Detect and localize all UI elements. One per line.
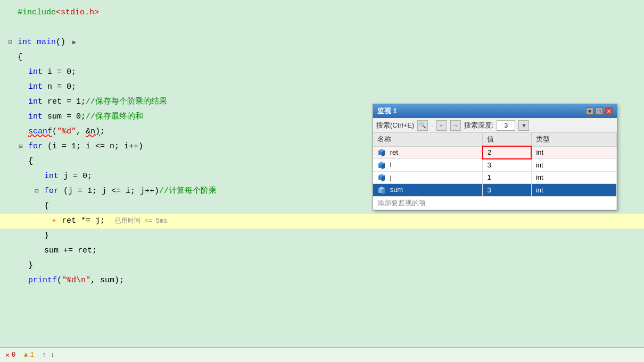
- cube-icon-i: [377, 161, 386, 170]
- warning-status: ▲ 1: [24, 351, 35, 359]
- depth-dropdown[interactable]: ▼: [518, 120, 529, 131]
- col-name: 名称: [373, 133, 483, 146]
- code-line-1: #include<stdio.h>: [0, 5, 644, 20]
- title-controls: ▼ □ ✕: [586, 107, 613, 115]
- code-line-15: ➤ ret *= j; 已用时间 <= 5ms: [0, 214, 644, 229]
- add-watch-row[interactable]: 添加要监视的项: [373, 196, 617, 209]
- watch-row-i[interactable]: i 3 int: [373, 159, 617, 172]
- code-text-9: scanf("%d", &n);: [28, 124, 105, 139]
- code-line-6: int n = 0;: [0, 80, 644, 95]
- code-text-18: }: [28, 258, 33, 273]
- watch-row-sum[interactable]: sum 3 int: [373, 184, 617, 197]
- watch-type-i: int: [531, 159, 616, 172]
- watch-type-sum: int: [531, 184, 616, 197]
- code-text-13: for (j = 1; j <= i; j++)//计算每个阶乘: [44, 184, 217, 199]
- restore-btn[interactable]: □: [596, 107, 603, 115]
- error-status: ✕ 0: [5, 351, 16, 359]
- code-line-4: {: [0, 50, 644, 65]
- code-text-3: int main() ▶: [18, 35, 76, 50]
- cube-icon-ret: [377, 148, 386, 157]
- depth-label: 搜索深度:: [464, 121, 494, 130]
- code-text-6: int n = 0;: [28, 80, 76, 95]
- gutter-10[interactable]: ⊟: [16, 139, 26, 154]
- add-watch-label[interactable]: 添加要监视的项: [373, 196, 617, 209]
- down-arrow[interactable]: ↓: [51, 351, 55, 359]
- nav-right-btn[interactable]: →: [450, 120, 461, 131]
- code-text-10: for (i = 1; i <= n; i++): [28, 139, 143, 154]
- code-text-8: int sum = 0;//保存最终的和: [28, 110, 143, 124]
- code-text-15: ret *= j; 已用时间 <= 5ms: [62, 214, 167, 229]
- code-text-14: {: [44, 199, 49, 214]
- code-text-12: int j = 0;: [44, 169, 92, 184]
- watch-value-sum: 3: [483, 184, 532, 197]
- watch-toolbar: 搜索(Ctrl+E) 🔍 · ← → 搜索深度: ▼: [373, 118, 617, 133]
- code-line-3: ⊟ int main() ▶: [0, 35, 644, 50]
- collapse-main[interactable]: ⊟: [8, 35, 12, 50]
- code-text-16: }: [44, 229, 49, 243]
- code-text-11: {: [28, 154, 33, 169]
- warning-icon: ▲: [24, 351, 28, 359]
- gutter-3[interactable]: ⊟: [5, 35, 15, 50]
- watch-name-ret: ret: [373, 146, 483, 159]
- code-line-16: }: [0, 229, 644, 243]
- code-text-19: printf("%d\n", sum);: [28, 273, 124, 288]
- collapse-for1[interactable]: ⊟: [19, 139, 22, 154]
- search-btn[interactable]: 🔍: [417, 120, 428, 131]
- search-label: 搜索(Ctrl+E): [376, 121, 414, 130]
- watch-value-j: 1: [483, 171, 532, 184]
- nav-left-btn[interactable]: ←: [436, 120, 447, 131]
- watch-row-j[interactable]: j 1 int: [373, 171, 617, 184]
- warning-count: 1: [30, 351, 34, 359]
- watch-type-j: int: [531, 171, 616, 184]
- nav-arrows[interactable]: ↑ ↓: [42, 351, 55, 359]
- watch-title: 监视 1: [377, 106, 397, 116]
- close-btn[interactable]: ✕: [605, 107, 613, 115]
- watch-value-i: 3: [483, 159, 532, 172]
- watch-name-i: i: [373, 159, 483, 172]
- code-line-2: [0, 20, 644, 35]
- gutter-15: ➤: [49, 214, 59, 229]
- cube-icon-sum: [377, 186, 386, 195]
- watch-titlebar: 监视 1 ▼ □ ✕: [373, 104, 617, 118]
- code-line-18: }: [0, 258, 644, 273]
- watch-type-ret: int: [531, 146, 616, 159]
- error-count: 0: [12, 351, 16, 359]
- watch-row-ret[interactable]: ret 2 int: [373, 146, 617, 159]
- watch-value-ret: 2: [483, 146, 532, 159]
- code-text-7: int ret = 1;//保存每个阶乘的结果: [28, 95, 167, 110]
- cube-icon-j: [377, 173, 386, 182]
- code-line-19: printf("%d\n", sum);: [0, 273, 644, 288]
- depth-input[interactable]: [497, 120, 515, 131]
- code-line-17: sum += ret;: [0, 243, 644, 258]
- col-type: 类型: [531, 133, 616, 146]
- up-arrow[interactable]: ↑: [42, 351, 46, 359]
- status-bar: ✕ 0 ▲ 1 ↑ ↓: [0, 347, 644, 362]
- watch-table: 名称 值 类型 ret 2 int: [373, 133, 617, 210]
- code-text-1: #include<stdio.h>: [18, 5, 99, 20]
- watch-name-j: j: [373, 171, 483, 184]
- watch-panel: 监视 1 ▼ □ ✕ 搜索(Ctrl+E) 🔍 · ← → 搜索深度: ▼ 名称…: [373, 104, 617, 211]
- code-line-5: int i = 0;: [0, 65, 644, 80]
- time-note: 已用时间 <= 5ms: [115, 217, 167, 225]
- gutter-13[interactable]: ⊟: [32, 184, 42, 199]
- collapse-for2[interactable]: ⊟: [35, 184, 38, 199]
- watch-name-sum: sum: [373, 184, 483, 197]
- col-value: 值: [483, 133, 532, 146]
- code-text-4: {: [18, 50, 22, 65]
- code-text-17: sum += ret;: [44, 243, 97, 258]
- code-text-5: int i = 0;: [28, 65, 76, 80]
- minimize-btn[interactable]: ▼: [586, 107, 593, 115]
- error-icon: ✕: [5, 351, 10, 359]
